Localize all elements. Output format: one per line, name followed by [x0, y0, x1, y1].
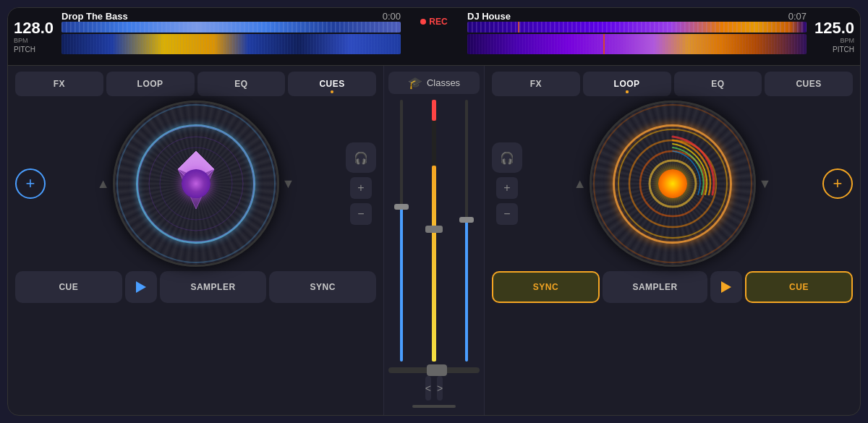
- right-play-icon: [721, 281, 731, 293]
- nav-prev-button[interactable]: <: [425, 376, 431, 401]
- right-bottom-buttons: SYNC SAMPLER CUE: [492, 271, 853, 303]
- right-sync-button[interactable]: SYNC: [492, 271, 600, 303]
- right-track-title-bar: DJ House 0:07: [467, 11, 807, 22]
- left-pitch-down[interactable]: ▼: [282, 176, 295, 192]
- right-turntable-wrapper: ▲: [528, 101, 817, 267]
- left-waveform-block: Drop The Bass 0:00: [61, 11, 401, 33]
- waveform-top-row: Drop The Bass 0:00 REC DJ House: [61, 11, 807, 33]
- right-bpm-label: BPM: [811, 37, 854, 44]
- right-waveform-zoom: [467, 34, 807, 54]
- left-channel-fader: [388, 97, 415, 364]
- classes-label: Classes: [427, 77, 460, 88]
- left-track-name: Drop The Bass: [61, 11, 128, 22]
- rec-dot: [420, 19, 426, 25]
- left-sampler-button[interactable]: SAMPLER: [160, 271, 267, 303]
- right-turntable-row: 🎧 + − ▲: [492, 101, 853, 267]
- left-tab-fx[interactable]: FX: [15, 72, 103, 96]
- right-tab-eq[interactable]: EQ: [674, 72, 762, 96]
- main-fader-handle[interactable]: [425, 226, 443, 233]
- left-track-time: 0:00: [383, 11, 401, 22]
- classes-icon: 🎓: [408, 76, 422, 90]
- left-fader-fill: [400, 205, 403, 362]
- right-cue-button[interactable]: CUE: [745, 271, 853, 303]
- left-pitch-label: PITCH: [14, 46, 57, 54]
- left-cue-button[interactable]: CUE: [15, 271, 122, 303]
- right-tab-fx[interactable]: FX: [492, 72, 580, 96]
- left-minus-button[interactable]: −: [350, 203, 372, 225]
- right-deck: FX LOOP EQ CUES 🎧 + − ▲: [485, 66, 860, 415]
- left-bpm-value: 128.0: [14, 20, 57, 36]
- waveform-gap: [405, 34, 463, 54]
- dj-app: 128.0 BPM PITCH Drop The Bass 0:00: [7, 7, 861, 416]
- left-fader-handle[interactable]: [394, 204, 409, 210]
- right-track-name: DJ House: [467, 11, 511, 22]
- right-bpm-value: 125.0: [811, 20, 854, 36]
- right-minus-button[interactable]: −: [496, 203, 518, 225]
- right-turntable[interactable]: [590, 101, 756, 267]
- right-waveform-block: DJ House 0:07: [467, 11, 807, 33]
- left-add-button[interactable]: +: [15, 168, 46, 199]
- rec-area: REC: [405, 11, 463, 33]
- mixer: 🎓 Classes: [383, 66, 485, 415]
- right-sampler-button[interactable]: SAMPLER: [603, 271, 707, 303]
- main-section: FX LOOP EQ CUES + ▲: [8, 66, 860, 415]
- right-tab-cues[interactable]: CUES: [765, 72, 853, 96]
- left-tab-eq[interactable]: EQ: [197, 72, 286, 96]
- left-disc-center: [182, 169, 210, 198]
- right-fader-fill: [465, 218, 468, 362]
- right-pitch-up[interactable]: ▲: [574, 176, 587, 192]
- right-play-button[interactable]: [710, 271, 742, 303]
- left-tab-bar: FX LOOP EQ CUES: [15, 72, 376, 96]
- left-bpm-label: BPM: [14, 37, 57, 44]
- left-waveform-zoom: [61, 34, 401, 54]
- right-turntable-outer: [590, 101, 756, 267]
- clip-indicator: [432, 100, 436, 121]
- right-tab-bar: FX LOOP EQ CUES: [492, 72, 853, 96]
- crossfader-track[interactable]: [388, 367, 480, 373]
- left-turntable-wrapper: ▲: [51, 101, 340, 267]
- right-plus-button[interactable]: +: [496, 177, 518, 199]
- right-fader-track[interactable]: [465, 100, 468, 362]
- right-pitch-label: PITCH: [811, 46, 854, 54]
- left-pitch-up[interactable]: ▲: [97, 176, 110, 192]
- left-turntable-outer: [113, 101, 279, 267]
- waveform-bottom-row: [61, 34, 807, 54]
- left-bpm-display: 128.0 BPM PITCH: [14, 8, 57, 65]
- right-tab-loop[interactable]: LOOP: [583, 72, 671, 96]
- waveform-section: 128.0 BPM PITCH Drop The Bass 0:00: [8, 8, 860, 66]
- left-fader-track[interactable]: [400, 100, 403, 362]
- left-tab-loop[interactable]: LOOP: [106, 72, 195, 96]
- right-add-button[interactable]: +: [822, 168, 853, 199]
- classes-button[interactable]: 🎓 Classes: [388, 72, 480, 94]
- rec-label: REC: [429, 17, 447, 27]
- right-headphone-button[interactable]: 🎧: [492, 142, 522, 173]
- mixer-faders: [388, 97, 480, 364]
- left-sync-button[interactable]: SYNC: [269, 271, 376, 303]
- left-waveform-overview: [61, 22, 401, 33]
- left-track-title-bar: Drop The Bass 0:00: [61, 11, 401, 22]
- right-bpm-display: 125.0 BPM PITCH: [811, 8, 854, 65]
- left-plus-button[interactable]: +: [350, 177, 372, 199]
- left-bottom-buttons: CUE SAMPLER SYNC: [15, 271, 376, 303]
- left-play-icon: [136, 281, 146, 293]
- nav-arrows: < >: [425, 376, 443, 401]
- left-play-button[interactable]: [125, 271, 157, 303]
- crossfader-section: [388, 367, 480, 373]
- left-headphone-button[interactable]: 🎧: [346, 142, 376, 173]
- right-disc-center: [658, 169, 687, 198]
- left-turntable-row: + ▲: [15, 101, 376, 267]
- nav-next-button[interactable]: >: [437, 376, 443, 401]
- waveform-center: Drop The Bass 0:00 REC DJ House: [61, 8, 807, 65]
- right-waveform-overview: [467, 22, 807, 33]
- crossfader-handle[interactable]: [427, 364, 447, 376]
- left-tab-cues[interactable]: CUES: [288, 72, 376, 96]
- left-deck: FX LOOP EQ CUES + ▲: [8, 66, 383, 415]
- right-track-time: 0:07: [788, 11, 807, 22]
- volume-fader: [421, 97, 448, 364]
- volume-fader-fill: [432, 166, 436, 362]
- right-channel-fader: [453, 97, 480, 364]
- scroll-indicator: [412, 405, 456, 408]
- right-pitch-down[interactable]: ▼: [759, 176, 772, 192]
- right-fader-handle[interactable]: [459, 217, 474, 223]
- left-turntable[interactable]: [113, 101, 279, 267]
